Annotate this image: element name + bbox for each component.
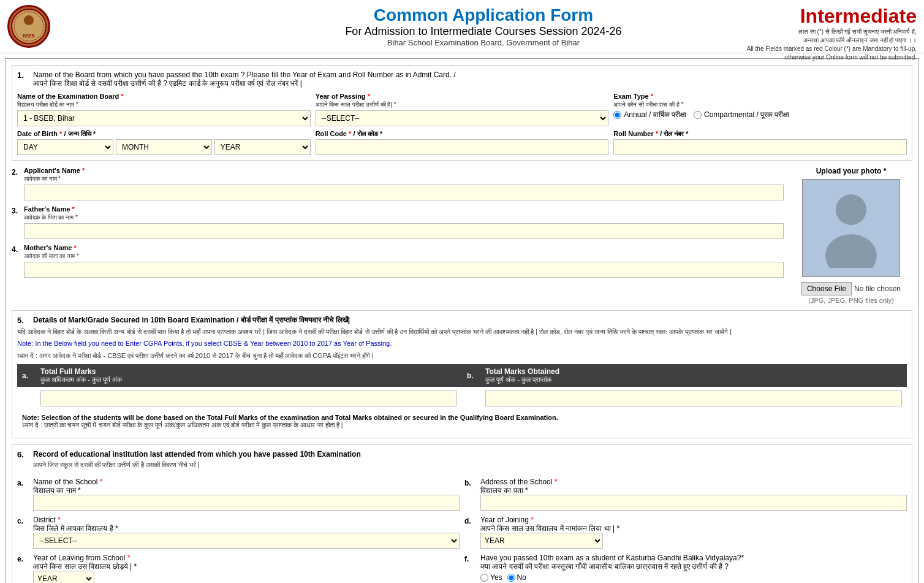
q6-section: 6. Record of educational institution las… bbox=[12, 444, 912, 583]
q1-text: Name of the Board from which you have pa… bbox=[33, 70, 456, 88]
q6-grid: a. Name of the School * विद्यालय का नाम … bbox=[17, 478, 907, 583]
school-name-input[interactable] bbox=[33, 495, 460, 511]
col-a-cell bbox=[17, 387, 36, 410]
dob-label: Date of Birth * / जन्म तिथि * bbox=[17, 130, 311, 138]
district-select[interactable]: --SELECT-- bbox=[33, 533, 460, 549]
year-label-hi: आपने किस साल परीक्षा उत्तीर्ण की है| * bbox=[316, 101, 609, 109]
roll-number-label: Roll Number * / रोल नंबर * bbox=[613, 130, 907, 138]
upload-label: Upload your photo * bbox=[816, 167, 887, 175]
year-leaving-field: e. Year of Leaving from School * आपने कि… bbox=[17, 554, 460, 583]
q5-section: 5. Details of Mark/Grade Secured in 10th… bbox=[12, 310, 912, 438]
q6-header-hi: आपने जिस स्कूल से दसवीं की परीक्षा उत्ती… bbox=[33, 461, 361, 469]
no-file-text: No file chosen bbox=[854, 284, 901, 293]
dob-month-select[interactable]: MONTH bbox=[116, 139, 212, 155]
school-name-label-hi: विद्यालय का नाम * bbox=[33, 486, 460, 495]
kasturba-no-text: No bbox=[517, 573, 526, 582]
district-label-hi: जिस जिले में आपका विद्यालय है * bbox=[33, 524, 460, 533]
address-label: Address of the School * bbox=[480, 478, 907, 486]
marks-table: a. Total Full Marks कुल अधिकतम अंक - कुल… bbox=[17, 364, 907, 433]
q1-hi: आपने किस शिक्षा बोर्ड से दसवीं परीक्षा उ… bbox=[33, 79, 302, 88]
board-select[interactable]: 1 - BSEB, Bihar bbox=[17, 110, 311, 126]
roll-number-field-group: Roll Number * / रोल नंबर * bbox=[613, 130, 907, 155]
roll-number-input[interactable] bbox=[613, 139, 907, 155]
year-leaving-content: Year of Leaving from School * आपने किस स… bbox=[33, 554, 460, 583]
district-label: District * bbox=[33, 516, 460, 524]
svg-point-5 bbox=[825, 234, 877, 268]
logo: BSEB bbox=[7, 5, 50, 48]
school-name-content: Name of the School * विद्यालय का नाम * bbox=[33, 478, 460, 511]
kasturba-yes-label[interactable]: Yes bbox=[480, 573, 502, 582]
mother-name-group: Mother's Name * आवेदक की माता का नाम * bbox=[24, 244, 784, 278]
year-leaving-select[interactable]: YEAR bbox=[33, 571, 94, 583]
kasturba-no-label[interactable]: No bbox=[507, 573, 526, 582]
exam-type-label: Exam Type * bbox=[613, 93, 907, 100]
year-select[interactable]: --SELECT-- bbox=[316, 110, 609, 126]
kasturba-radio-group: Yes No bbox=[480, 573, 907, 582]
q4-row: 4. Mother's Name * आवेदक की माता का नाम … bbox=[12, 244, 784, 278]
q5-num: 5. bbox=[17, 316, 29, 325]
father-name-group: Father's Name * आवेदक के पिता का नाम * bbox=[24, 205, 784, 239]
compartmental-label: Compartmental / पूरक परीक्षा bbox=[704, 110, 789, 119]
year-label: Year of Passing * bbox=[316, 93, 609, 100]
applicant-name-input[interactable] bbox=[24, 185, 784, 200]
q4-content: Mother's Name * आवेदक की माता का नाम * bbox=[24, 244, 784, 278]
board-label-hi: विद्यालय परीक्षा बोर्ड का नाम * bbox=[17, 101, 311, 109]
file-type-note: (JPG, JPEG, PNG files only) bbox=[808, 297, 893, 304]
year-joining-select[interactable]: YEAR bbox=[480, 533, 603, 549]
kasturba-field: f. Have you passed 10th exam as a studen… bbox=[464, 554, 907, 583]
marks-note-cell: Note: Selection of the students will be … bbox=[17, 410, 907, 433]
year-field-group: Year of Passing * आपने किस साल परीक्षा उ… bbox=[316, 93, 609, 126]
district-sub: c. bbox=[17, 516, 28, 525]
compartmental-radio-label[interactable]: Compartmental / पूरक परीक्षा bbox=[694, 110, 789, 119]
annual-label: Annual / वार्षिक परीक्षा bbox=[624, 110, 686, 119]
svg-point-1 bbox=[24, 15, 34, 25]
dob-field-group: Date of Birth * / जन्म तिथि * DAY MONTH … bbox=[17, 130, 311, 155]
svg-point-0 bbox=[12, 9, 46, 44]
year-joining-label: Year of Joining * bbox=[480, 516, 907, 524]
q3-num: 3. bbox=[12, 205, 24, 215]
q5-header-row: 5. Details of Mark/Grade Secured in 10th… bbox=[17, 316, 907, 325]
intermediate-label: Intermediate bbox=[733, 5, 917, 28]
q3-row: 3. Father's Name * आवेदक के पिता का नाम … bbox=[12, 205, 784, 239]
dob-year-select[interactable]: YEAR bbox=[214, 139, 311, 155]
header-right-panel: Intermediate लाल रंग (*) से लिखी गई सभी … bbox=[733, 5, 917, 62]
compartmental-radio[interactable] bbox=[694, 111, 702, 119]
q2-num: 2. bbox=[12, 167, 24, 177]
q4-num: 4. bbox=[12, 244, 24, 254]
roll-code-field-group: Roll Code * / रोल कोड * bbox=[316, 130, 609, 155]
exam-type-options: Annual / वार्षिक परीक्षा Compartmental /… bbox=[613, 110, 907, 119]
q6-header: Record of educational institution last a… bbox=[33, 450, 361, 474]
header-note: लाल रंग (*) से लिखी गई सभी सूचनाएं भरनी … bbox=[733, 28, 917, 62]
address-input[interactable] bbox=[480, 495, 907, 511]
q5-note2-hi: ध्यान दें : अगर आवेदक ने परीक्षा बोर्ड -… bbox=[17, 351, 907, 360]
father-name-input[interactable] bbox=[24, 223, 784, 239]
annual-radio[interactable] bbox=[613, 111, 621, 119]
total-obtained-cell bbox=[480, 387, 907, 410]
total-obtained-input[interactable] bbox=[485, 391, 902, 406]
dob-selects: DAY MONTH YEAR bbox=[17, 139, 311, 155]
mother-name-label-hi: आवेदक की माता का नाम * bbox=[24, 253, 784, 260]
roll-code-input[interactable] bbox=[316, 139, 609, 155]
q1-en: Name of the Board from which you have pa… bbox=[33, 70, 456, 79]
col-a-header: a. bbox=[17, 364, 36, 387]
dob-day-select[interactable]: DAY bbox=[17, 139, 113, 155]
address-content: Address of the School * विद्यालय का पता … bbox=[480, 478, 907, 511]
photo-placeholder bbox=[802, 179, 900, 277]
applicant-name-group: Applicant's Name * आवेदक का नाम * bbox=[24, 167, 784, 200]
school-name-field: a. Name of the School * विद्यालय का नाम … bbox=[17, 478, 460, 511]
q1-text-row: 1. Name of the Board from which you have… bbox=[17, 70, 907, 88]
kasturba-yes-radio[interactable] bbox=[480, 574, 488, 582]
svg-point-4 bbox=[836, 194, 866, 225]
mother-name-input[interactable] bbox=[24, 262, 784, 278]
kasturba-no-radio[interactable] bbox=[507, 574, 515, 582]
annual-radio-label[interactable]: Annual / वार्षिक परीक्षा bbox=[613, 110, 686, 119]
form-container: 1. Name of the Board from which you have… bbox=[5, 58, 919, 583]
father-name-label-hi: आवेदक के पिता का नाम * bbox=[24, 214, 784, 221]
year-joining-field: d. Year of Joining * आपने किस साल उस विद… bbox=[464, 516, 907, 549]
address-label-hi: विद्यालय का पता * bbox=[480, 486, 907, 495]
school-name-sub: a. bbox=[17, 478, 28, 487]
choose-file-button[interactable]: Choose File bbox=[801, 282, 852, 295]
names-col: 2. Applicant's Name * आवेदक का नाम * bbox=[12, 167, 784, 304]
total-full-marks-input[interactable] bbox=[40, 391, 457, 406]
q5-header-en: Details of Mark/Grade Secured in 10th Bo… bbox=[33, 316, 350, 324]
